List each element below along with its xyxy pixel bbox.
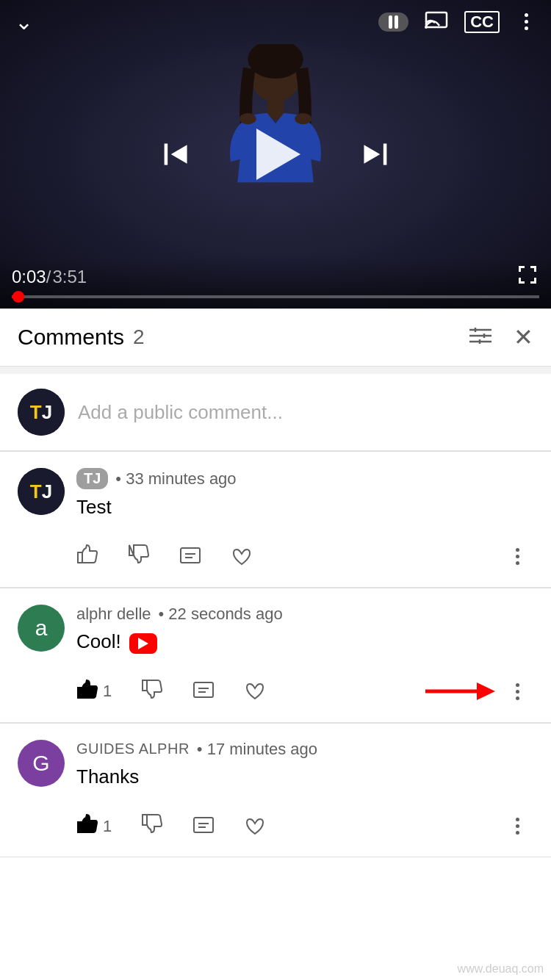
user-avatar: TJ [18,389,65,436]
comment-meta-3: GUIDES ALPHR • 17 minutes ago [76,740,533,759]
like-button-3[interactable]: 1 [76,807,126,845]
closed-caption-icon[interactable]: CC [464,11,500,33]
svg-marker-22 [477,682,495,700]
comment-actions [76,530,533,587]
video-bottom-controls: 0:03 / 3:51 [0,257,551,309]
add-comment-input[interactable]: Add a public comment... [78,401,283,424]
svg-rect-23 [194,818,213,832]
svg-rect-18 [194,682,213,697]
heart-button[interactable] [216,541,267,573]
fullscreen-button[interactable] [516,263,539,291]
comment-item-wrapper: a alphr delle • 22 seconds ago Cool! [0,588,551,722]
commenter-name: alphr delle [76,605,151,624]
comments-count: 2 [133,325,145,349]
svg-rect-8 [383,143,387,165]
more-options-icon[interactable] [516,12,536,32]
comment-content-2: alphr delle • 22 seconds ago Cool! [76,605,533,721]
skip-back-button[interactable] [162,140,191,169]
add-comment-row: TJ Add a public comment... [0,374,551,451]
svg-point-4 [295,113,311,124]
section-divider [0,367,551,374]
dislike-icon-2 [141,679,163,705]
comment-more-button[interactable] [501,544,533,570]
comment-text-2: Cool! [76,628,533,655]
svg-rect-15 [181,548,200,563]
comments-section: Comments 2 ✕ TJ [0,309,551,857]
comment-actions-2: 1 [76,666,533,722]
dislike-icon-3 [141,813,163,839]
like-button[interactable] [76,538,113,575]
comment-avatar-purple: G [18,740,65,787]
dislike-button[interactable] [113,538,165,575]
comment-meta-2: alphr delle • 22 seconds ago [76,605,533,624]
comment-item-3: G GUIDES ALPHR • 17 minutes ago Thanks [0,724,551,857]
comments-header: Comments 2 ✕ [0,309,551,367]
comment-item: a alphr delle • 22 seconds ago Cool! [0,588,551,722]
comment-content-3: GUIDES ALPHR • 17 minutes ago Thanks 1 [76,740,533,857]
cast-icon[interactable] [425,10,448,34]
total-time: 3:51 [52,267,516,287]
progress-bar[interactable] [12,295,539,298]
like-icon-filled [76,679,98,705]
like-button-liked[interactable]: 1 [76,673,126,710]
svg-point-3 [240,113,256,124]
filter-icon[interactable] [468,325,493,349]
dislike-icon [128,544,150,569]
play-button[interactable] [250,129,301,180]
watermark: www.deuaq.com [458,962,544,976]
reply-button-3[interactable] [178,810,229,843]
comment-meta: TJ • 33 minutes ago [76,468,533,489]
skip-forward-button[interactable] [360,140,389,169]
like-icon-3 [76,813,98,839]
red-arrow [422,677,495,706]
comment-actions-3: 1 [76,800,533,857]
comment-text: Test [76,494,533,520]
like-icon [76,544,98,569]
heart-button-2[interactable] [229,675,281,707]
commenter-name-3: GUIDES ALPHR [76,741,190,757]
video-player: ⌄ CC [0,0,551,309]
comment-text-3: Thanks [76,763,533,790]
pause-button[interactable] [378,12,408,32]
comment-item: TJ TJ • 33 minutes ago Test [0,452,551,588]
reply-button[interactable] [165,541,216,573]
svg-rect-7 [165,143,168,165]
comment-time-3: • 17 minutes ago [197,740,317,759]
close-button[interactable]: ✕ [514,323,533,351]
comment-avatar-green: a [18,605,65,652]
video-center-controls [162,129,389,180]
comment-content: TJ • 33 minutes ago Test [76,468,533,587]
dislike-button-3[interactable] [126,807,178,845]
heart-button-3[interactable] [229,810,281,843]
video-top-controls: ⌄ CC [0,0,551,43]
like-count: 1 [103,682,112,701]
commenter-badge: TJ [76,468,108,489]
comment-more-button-3[interactable] [501,813,533,840]
svg-rect-2 [267,98,284,118]
comments-title: Comments [18,325,124,350]
dislike-button-2[interactable] [126,673,178,710]
comment-time: • 33 minutes ago [115,469,236,489]
svg-point-6 [425,26,428,29]
like-count-3: 1 [103,817,112,836]
reply-button-2[interactable] [178,675,229,707]
progress-dot [12,291,24,303]
current-time: 0:03 [12,267,46,287]
chevron-down-icon[interactable]: ⌄ [15,9,33,35]
comment-avatar: TJ [18,468,65,515]
youtube-logo [129,633,157,654]
comment-more-button-2[interactable] [501,678,533,705]
comment-time-2: • 22 seconds ago [159,605,283,624]
